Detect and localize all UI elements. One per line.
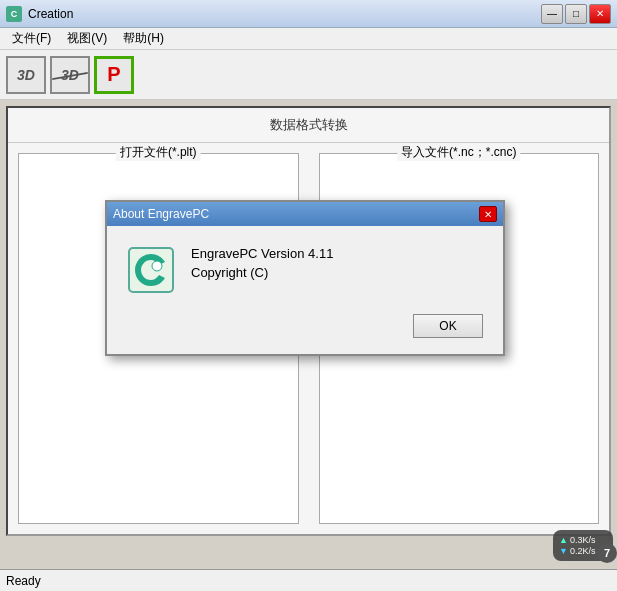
ok-button[interactable]: OK xyxy=(413,314,483,338)
dialog-footer: OK xyxy=(107,314,503,354)
dialog-app-icon xyxy=(127,246,175,294)
dialog-body: EngravePC Version 4.11 Copyright (C) xyxy=(107,226,503,314)
copyright-text: Copyright (C) xyxy=(191,265,483,280)
dialog-overlay: About EngravePC ✕ EngravePC Version 4.11… xyxy=(0,0,617,591)
dialog-title-bar: About EngravePC ✕ xyxy=(107,202,503,226)
dialog-close-button[interactable]: ✕ xyxy=(479,206,497,222)
svg-point-1 xyxy=(152,261,162,271)
version-text: EngravePC Version 4.11 xyxy=(191,246,483,261)
dialog-text-content: EngravePC Version 4.11 Copyright (C) xyxy=(191,246,483,280)
dialog-title: About EngravePC xyxy=(113,207,479,221)
about-dialog: About EngravePC ✕ EngravePC Version 4.11… xyxy=(105,200,505,356)
